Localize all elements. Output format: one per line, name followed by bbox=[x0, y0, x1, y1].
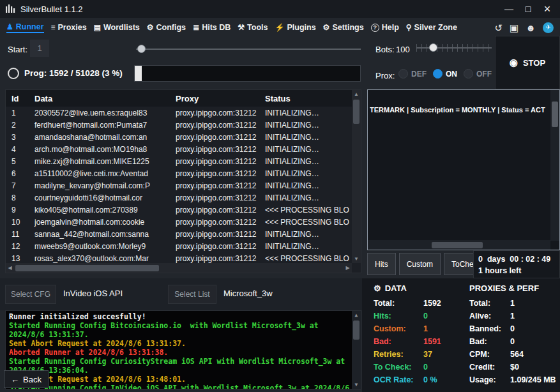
start-input[interactable]: 1 bbox=[30, 40, 49, 57]
cell-id: 5 bbox=[6, 157, 29, 166]
table-row[interactable]: 8courtneyguidotti16@hotmail.corproxy.ipi… bbox=[6, 192, 352, 204]
back-arrow-icon: ← bbox=[11, 375, 19, 384]
nav-item-settings[interactable]: ⚙Settings bbox=[323, 23, 364, 32]
scroll-up-icon[interactable]: ▲ bbox=[352, 90, 361, 98]
prox-option-off[interactable]: OFF bbox=[464, 69, 492, 79]
prox-option-label: DEF bbox=[411, 70, 427, 79]
tools-icon: ⚒ bbox=[238, 24, 245, 31]
select-wordlist-button[interactable]: Select List bbox=[168, 285, 216, 304]
cell-status: INITIALIZING… bbox=[259, 181, 352, 190]
table-row[interactable]: 6a15110002@live.ceti.mx:Aventadproxy.ipi… bbox=[6, 167, 352, 179]
camera-icon[interactable]: ▣ bbox=[510, 23, 518, 33]
runner-icon: ♟ bbox=[6, 23, 13, 31]
log-vertical-scrollbar[interactable]: ▲ ▼ bbox=[352, 311, 361, 389]
scroll-right-icon[interactable]: ▶ bbox=[344, 263, 352, 273]
table-row[interactable]: 5mike.zxj@hotmail.com:MIKE1225proxy.ipip… bbox=[6, 155, 352, 167]
table-row[interactable]: 12mweebs9@outlook.com:Morley9proxy.ipipg… bbox=[6, 240, 352, 252]
nav-item-wordlists[interactable]: ▤Wordlists bbox=[94, 23, 140, 32]
slider-thumb[interactable] bbox=[137, 45, 146, 53]
gear-icon: ⚙ bbox=[374, 283, 381, 293]
stat-row-ocrrate: OCR Rate:0 % bbox=[374, 373, 465, 386]
scrollbar-thumb[interactable] bbox=[353, 100, 359, 124]
table-row[interactable]: 10joemgalvin@hotmail.com:cookieproxy.ipi… bbox=[6, 216, 352, 228]
stop-button[interactable]: ◉ STOP bbox=[506, 56, 549, 69]
cell-data: a15110002@live.ceti.mx:Aventad bbox=[29, 169, 170, 178]
scrollbar-thumb[interactable] bbox=[552, 102, 558, 127]
stat-value: 0 bbox=[510, 322, 559, 335]
select-config-button[interactable]: Select CFG bbox=[5, 285, 56, 304]
table-vertical-scrollbar[interactable]: ▲ ▼ bbox=[352, 90, 361, 263]
back-button[interactable]: ← Back bbox=[4, 370, 49, 388]
prox-option-label: ON bbox=[446, 70, 457, 79]
slider-thumb[interactable] bbox=[429, 43, 437, 52]
maximize-button[interactable]: □ bbox=[519, 1, 537, 17]
bots-label: Bots: bbox=[375, 45, 395, 54]
hits-db-icon: ≣ bbox=[193, 24, 199, 31]
stat-label: Credit: bbox=[469, 361, 510, 373]
table-row[interactable]: 13rosas_alex370@outlook.com:Marproxy.ipi… bbox=[6, 252, 352, 263]
column-header-status: Status bbox=[259, 94, 352, 103]
cell-data: joemgalvin@hotmail.com:cookie bbox=[29, 218, 170, 227]
viewer-horizontal-scrollbar[interactable] bbox=[368, 240, 550, 250]
close-button[interactable]: × bbox=[538, 1, 556, 17]
selected-config-name: InVideo iOS API bbox=[63, 289, 123, 298]
stat-row-hits: Hits:0 bbox=[374, 310, 465, 322]
nav-item-hits-db[interactable]: ≣Hits DB bbox=[193, 23, 231, 32]
nav-item-help[interactable]: ?Help bbox=[371, 23, 399, 32]
nav-item-runner[interactable]: ♟Runner bbox=[6, 22, 44, 33]
start-slider[interactable] bbox=[136, 45, 361, 54]
stat-value: 0 bbox=[423, 361, 465, 373]
table-row[interactable]: 7madilyne_kevany@hotmail.com:Pproxy.ipip… bbox=[6, 179, 352, 192]
scrollbar-thumb[interactable] bbox=[15, 265, 159, 271]
cell-id: 10 bbox=[6, 218, 29, 227]
proxies-stats-title: PROXIES & PERF bbox=[469, 283, 559, 293]
table-row[interactable]: 9kiko405@hotmail.com:270389proxy.ipipgo.… bbox=[6, 204, 352, 216]
table-row[interactable]: 3amandaoshana@hotmail.com:anproxy.ipipgo… bbox=[6, 131, 352, 143]
prox-option-def[interactable]: DEF bbox=[398, 69, 427, 79]
discord-icon[interactable]: ☻ bbox=[526, 23, 536, 33]
minimize-button[interactable]: — bbox=[500, 1, 518, 17]
data-stats-rows: Total:1592Hits:0Custom:1Bad:1591Retries:… bbox=[374, 297, 465, 386]
tab-hits[interactable]: Hits bbox=[367, 253, 396, 275]
bots-slider[interactable] bbox=[416, 43, 492, 52]
cell-proxy: proxy.ipipgo.com:31212 bbox=[170, 193, 259, 202]
cell-data: arch.mo@hotmail.com:MO19ha8 bbox=[29, 145, 170, 154]
prox-radio-dot bbox=[464, 69, 473, 79]
clock-history-icon[interactable]: ↺ bbox=[494, 23, 503, 33]
cell-status: INITIALIZING… bbox=[259, 121, 352, 130]
stat-row-credit: Credit:$0 bbox=[469, 361, 559, 373]
scroll-up-icon[interactable]: ▲ bbox=[352, 311, 361, 319]
runner-data-table: IdDataProxyStatus 120305572@live.uem.es:… bbox=[5, 89, 361, 273]
table-row[interactable]: 120305572@live.uem.es:raquel83proxy.ipip… bbox=[6, 107, 352, 119]
table-row[interactable]: 11sannaa_442@hotmail.com:sannaproxy.ipip… bbox=[6, 228, 352, 240]
cell-id: 12 bbox=[6, 242, 29, 251]
nav-item-silver-zone[interactable]: ⚲Silver Zone bbox=[406, 23, 457, 32]
telegram-icon[interactable]: ✈ bbox=[543, 22, 554, 33]
stat-label: Bad: bbox=[469, 335, 510, 348]
table-horizontal-scrollbar[interactable]: ◀ ▶ bbox=[6, 263, 352, 273]
tab-custom[interactable]: Custom bbox=[399, 253, 441, 275]
nav-item-label: Tools bbox=[247, 23, 268, 32]
cell-proxy: proxy.ipipgo.com:31212 bbox=[170, 109, 259, 117]
nav-bar: ♟Runner≡Proxies▤Wordlists⚙Configs≣Hits D… bbox=[0, 18, 560, 37]
scroll-left-icon[interactable]: ◀ bbox=[6, 263, 14, 273]
column-header-proxy: Proxy bbox=[170, 94, 259, 103]
nav-item-plugins[interactable]: ⚡Plugins bbox=[275, 23, 315, 32]
cell-data: madilyne_kevany@hotmail.com:P bbox=[29, 181, 170, 190]
viewer-vertical-scrollbar[interactable] bbox=[550, 90, 559, 241]
hits-viewer[interactable]: TERMARK | Subscription = MONTHLY | Statu… bbox=[367, 89, 560, 250]
table-header-row: IdDataProxyStatus bbox=[6, 90, 352, 107]
scrollbar-thumb[interactable] bbox=[353, 320, 359, 340]
scrollbar-thumb[interactable] bbox=[432, 242, 483, 248]
stat-row-alive: Alive:1 bbox=[469, 310, 559, 322]
prox-option-on[interactable]: ON bbox=[433, 69, 457, 79]
stat-label: Banned: bbox=[469, 322, 510, 335]
scroll-down-icon[interactable]: ▼ bbox=[352, 255, 361, 263]
nav-item-configs[interactable]: ⚙Configs bbox=[147, 23, 186, 32]
table-row[interactable]: 4arch.mo@hotmail.com:MO19ha8proxy.ipipgo… bbox=[6, 143, 352, 155]
scroll-down-icon[interactable]: ▼ bbox=[352, 381, 361, 389]
nav-item-tools[interactable]: ⚒Tools bbox=[238, 23, 268, 32]
stat-row-retries: Retries:37 bbox=[374, 348, 465, 361]
nav-item-proxies[interactable]: ≡Proxies bbox=[51, 23, 87, 32]
table-row[interactable]: 2ferdhuert@hotmail.com:Pumata7proxy.ipip… bbox=[6, 119, 352, 131]
